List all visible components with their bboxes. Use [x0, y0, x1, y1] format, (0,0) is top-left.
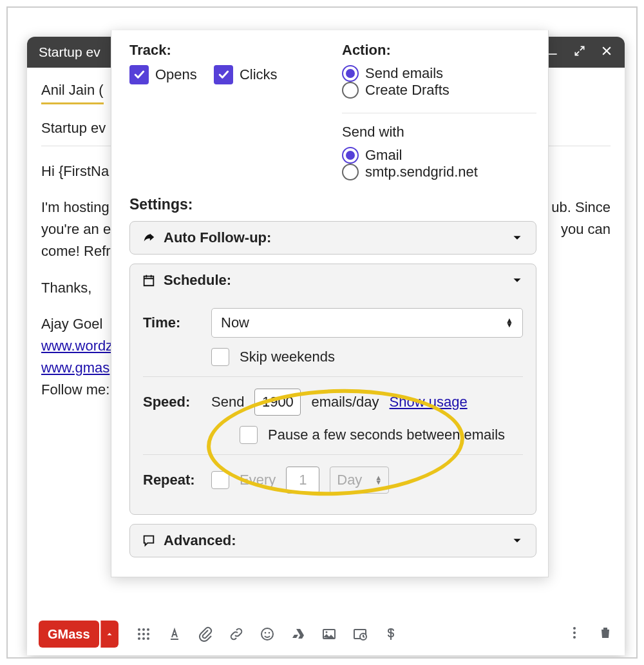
- time-label: Time:: [143, 314, 201, 331]
- drive-icon[interactable]: [290, 626, 307, 642]
- sendwith-gmail-radio[interactable]: Gmail: [342, 147, 402, 164]
- close-icon[interactable]: [600, 44, 613, 61]
- svg-point-4: [142, 633, 145, 635]
- compose-window: Startup ev Anil Jain ( Startup ev Hi {Fi…: [27, 37, 625, 655]
- svg-point-5: [147, 633, 149, 635]
- gmass-button[interactable]: GMass: [39, 621, 99, 648]
- text-format-icon[interactable]: [166, 626, 183, 642]
- svg-point-6: [138, 637, 140, 640]
- trash-icon[interactable]: [598, 625, 613, 643]
- share-arrow-icon: [142, 231, 156, 245]
- action-label: Action:: [342, 42, 536, 59]
- repeat-value-input[interactable]: 1: [286, 467, 319, 494]
- checkbox-checked-icon: [214, 65, 233, 84]
- repeat-label: Repeat:: [143, 472, 201, 488]
- speed-send-text: Send: [211, 394, 244, 410]
- window-title: Startup ev: [39, 44, 100, 60]
- track-label: Track:: [129, 42, 324, 59]
- sort-caret-icon: ▲▼: [506, 318, 513, 327]
- expand-icon[interactable]: [573, 44, 586, 61]
- schedule-header[interactable]: Schedule:: [130, 264, 536, 296]
- pause-checkbox[interactable]: [240, 426, 258, 444]
- sendwith-label: Send with: [342, 124, 536, 140]
- more-icon[interactable]: [567, 625, 582, 643]
- svg-point-11: [268, 632, 270, 634]
- repeat-unit-select[interactable]: Day ▲▼: [330, 467, 389, 494]
- chat-icon: [142, 534, 156, 548]
- sendwith-smtp-radio[interactable]: smtp.sendgrid.net: [342, 164, 478, 180]
- chevron-down-icon: [510, 534, 524, 548]
- gmass-popover: Track: Opens Clicks Action: Send emails …: [111, 30, 549, 577]
- checkbox-checked-icon: [129, 65, 149, 84]
- chevron-down-icon: [510, 273, 524, 287]
- sort-caret-icon: ▲▼: [375, 476, 382, 485]
- skip-weekends-label: Skip weekends: [240, 349, 335, 365]
- calendar-icon: [142, 273, 156, 287]
- track-clicks-checkbox[interactable]: Clicks: [214, 65, 278, 84]
- svg-point-1: [142, 628, 145, 631]
- svg-point-8: [147, 637, 149, 640]
- schedule-card: Schedule: Time: Now ▲▼ Skip weekends: [129, 264, 536, 515]
- repeat-checkbox[interactable]: [211, 471, 229, 489]
- time-select[interactable]: Now ▲▼: [211, 308, 523, 338]
- auto-followup-card[interactable]: Auto Follow-up:: [129, 221, 536, 255]
- speed-label: Speed:: [143, 394, 201, 410]
- emoji-icon[interactable]: [259, 626, 276, 642]
- compose-toolbar: GMass: [27, 613, 625, 655]
- track-opens-checkbox[interactable]: Opens: [129, 65, 197, 84]
- show-usage-link[interactable]: Show usage: [390, 394, 468, 410]
- svg-point-3: [138, 633, 140, 635]
- settings-header: Settings:: [129, 196, 536, 213]
- svg-point-9: [261, 628, 273, 640]
- svg-point-10: [264, 632, 266, 634]
- link-icon[interactable]: [228, 626, 245, 642]
- speed-unit-text: emails/day: [311, 394, 379, 410]
- image-icon[interactable]: [321, 626, 337, 642]
- action-send-radio[interactable]: Send emails: [342, 65, 443, 82]
- dollar-icon[interactable]: [383, 626, 399, 642]
- apps-icon[interactable]: [135, 626, 152, 642]
- attach-icon[interactable]: [197, 626, 214, 642]
- svg-point-18: [573, 636, 576, 639]
- pause-label: Pause a few seconds between emails: [268, 427, 505, 443]
- repeat-every-text: Every: [240, 472, 276, 488]
- svg-point-17: [573, 631, 576, 634]
- sig-link[interactable]: www.gmas: [41, 360, 109, 376]
- svg-point-13: [325, 631, 327, 633]
- scheduled-icon[interactable]: [352, 626, 368, 642]
- chevron-down-icon: [510, 231, 524, 245]
- svg-point-16: [573, 627, 576, 630]
- sig-link[interactable]: www.wordz: [41, 338, 113, 354]
- speed-input[interactable]: 1900: [254, 389, 301, 416]
- action-drafts-radio[interactable]: Create Drafts: [342, 82, 450, 99]
- advanced-card[interactable]: Advanced:: [129, 524, 536, 557]
- svg-point-7: [142, 637, 145, 640]
- svg-point-2: [147, 628, 149, 631]
- svg-point-0: [138, 628, 140, 631]
- gmass-dropdown-button[interactable]: [100, 621, 118, 648]
- recipient-chip[interactable]: Anil Jain (: [41, 79, 104, 104]
- skip-weekends-checkbox[interactable]: [211, 348, 229, 366]
